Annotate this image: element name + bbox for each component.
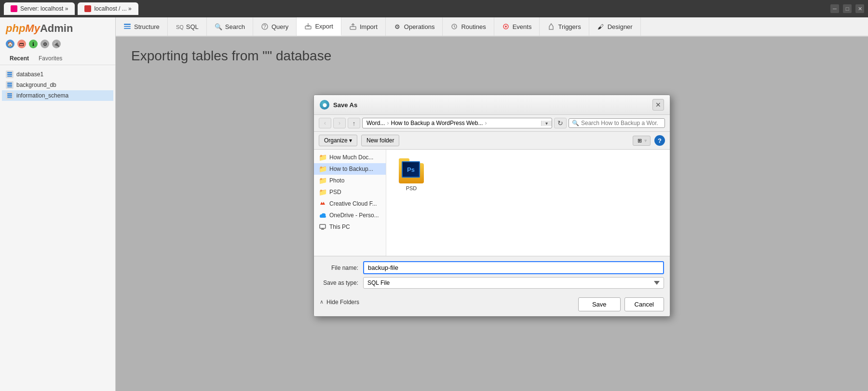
- sidebar-item-info-schema[interactable]: information_schema: [2, 90, 113, 101]
- chevron-up-icon: ∧: [320, 299, 324, 305]
- savetype-label: Save as type:: [320, 279, 363, 286]
- logo-admin: Admin: [40, 22, 73, 34]
- search-box: 🔍: [569, 118, 665, 128]
- content-area: Structure SQL SQL 🔍 Search ? Query: [116, 17, 868, 391]
- settings-icon[interactable]: ⚙: [41, 40, 49, 48]
- new-folder-btn[interactable]: New folder: [361, 135, 399, 146]
- organize-btn[interactable]: Organize ▾: [319, 135, 357, 146]
- close-btn[interactable]: ✕: [855, 4, 864, 13]
- logo-my: My: [25, 22, 40, 34]
- folder-icon-4: 📁: [319, 188, 326, 196]
- dialog-actions-bar: Organize ▾ New folder ⊞ ▾ ?: [314, 132, 670, 150]
- back-btn[interactable]: ‹: [319, 118, 331, 128]
- search-btn[interactable]: 🔍 Search: [207, 17, 253, 36]
- dialog-action-buttons: Save Cancel: [578, 297, 664, 311]
- help-btn[interactable]: ?: [654, 135, 665, 146]
- maximize-btn[interactable]: □: [843, 4, 852, 13]
- main-layout: phpMyAdmin 🏠 🗃 ℹ ⚙ 🔌 Recent Favorites da…: [0, 17, 868, 391]
- sidebar-logo: phpMyAdmin: [0, 17, 115, 38]
- browser-tab-1[interactable]: Server: localhost »: [4, 2, 75, 15]
- import-btn[interactable]: Import: [341, 17, 386, 36]
- query-btn[interactable]: ? Query: [253, 17, 297, 36]
- refresh-btn[interactable]: ↻: [554, 118, 567, 128]
- file-item-psd[interactable]: Ps PSD: [392, 155, 431, 194]
- minimize-btn[interactable]: ─: [830, 4, 839, 13]
- logo: phpMyAdmin: [6, 22, 73, 34]
- path-breadcrumb[interactable]: Word... › How to Backup a WordPress Web.…: [362, 118, 552, 128]
- dialog-overlay: Save As ✕ ‹ › ↑ Word... › How to Backup …: [116, 37, 868, 391]
- db2-label: background_db: [16, 82, 56, 88]
- svg-text:SQL: SQL: [176, 24, 183, 30]
- folder-icon-3: 📁: [319, 177, 326, 184]
- savetype-select[interactable]: SQL File CSV File XML File: [363, 277, 664, 289]
- sidebar-icon-bar: 🏠 🗃 ℹ ⚙ 🔌: [0, 38, 115, 52]
- savetype-row: Save as type: SQL File CSV File XML File: [320, 277, 664, 289]
- search-label: Search: [225, 23, 245, 30]
- sidebar-item-this-pc[interactable]: This PC: [314, 221, 386, 233]
- structure-icon: [123, 23, 131, 30]
- forward-btn[interactable]: ›: [333, 118, 346, 128]
- operations-label: Operations: [404, 23, 435, 30]
- dialog-title-icon: [320, 100, 329, 110]
- cancel-button[interactable]: Cancel: [624, 297, 664, 311]
- sidebar-item-how-much[interactable]: 📁 How Much Doc...: [314, 152, 386, 163]
- sidebar-item-photo[interactable]: 📁 Photo: [314, 175, 386, 186]
- db1-icon: [6, 70, 14, 78]
- favorites-btn[interactable]: Favorites: [35, 54, 66, 63]
- breadcrumb-dropdown-btn[interactable]: ▾: [541, 121, 552, 126]
- search-icon-dialog: 🔍: [572, 120, 579, 126]
- sidebar: phpMyAdmin 🏠 🗃 ℹ ⚙ 🔌 Recent Favorites da…: [0, 17, 116, 391]
- import-label: Import: [360, 23, 378, 30]
- query-icon: ?: [261, 23, 269, 30]
- browser-controls: ─ □ ✕: [830, 4, 864, 13]
- operations-btn[interactable]: ⚙ Operations: [386, 17, 443, 36]
- info-icon[interactable]: ℹ: [29, 40, 38, 48]
- svg-rect-6: [7, 93, 12, 95]
- save-button[interactable]: Save: [578, 297, 621, 311]
- sidebar-item-onedrive[interactable]: OneDrive - Perso...: [314, 209, 386, 221]
- sidebar-item-label-4: PSD: [329, 189, 341, 196]
- hide-folders-toggle[interactable]: ∧ Hide Folders: [320, 299, 359, 306]
- sql-btn[interactable]: SQL SQL: [168, 17, 207, 36]
- this-pc-icon: [319, 223, 326, 231]
- triggers-btn[interactable]: Triggers: [540, 17, 589, 36]
- view-icon-btn[interactable]: ⊞: [636, 137, 643, 144]
- routines-btn[interactable]: Routines: [443, 17, 494, 36]
- dialog-toolbar: ‹ › ↑ Word... › How to Backup a WordPres…: [314, 115, 670, 132]
- sidebar-item-label-1: How Much Doc...: [329, 154, 373, 161]
- view-divider: ▾: [644, 138, 647, 144]
- plugin-icon[interactable]: 🔌: [52, 40, 61, 48]
- filename-label: File name:: [320, 265, 363, 271]
- search-icon: 🔍: [215, 23, 222, 30]
- home-icon[interactable]: 🏠: [6, 40, 14, 48]
- recent-btn[interactable]: Recent: [6, 54, 33, 63]
- database-icon[interactable]: 🗃: [17, 40, 26, 48]
- breadcrumb-arrow1: ›: [387, 120, 389, 126]
- filename-input-wrapper: [363, 261, 664, 274]
- sidebar-item-creative-cloud[interactable]: Creative Cloud F...: [314, 198, 386, 209]
- sidebar-item-how-to-backup[interactable]: 📁 How to Backup...: [314, 163, 386, 175]
- browser-tab-2[interactable]: localhost / ... »: [78, 2, 138, 15]
- sidebar-item-db2[interactable]: background_db: [2, 80, 113, 90]
- page-content: Exporting tables from "" database Save A…: [116, 37, 868, 391]
- dialog-title-text: Save As: [333, 101, 649, 109]
- filename-input[interactable]: [363, 261, 664, 274]
- svg-rect-3: [7, 83, 12, 84]
- events-btn[interactable]: Events: [494, 17, 540, 36]
- up-btn[interactable]: ↑: [348, 118, 360, 128]
- sidebar-item-db1[interactable]: database1: [2, 69, 113, 80]
- tab2-text: localhost / ... »: [94, 5, 131, 12]
- sidebar-item-psd[interactable]: 📁 PSD: [314, 186, 386, 198]
- events-label: Events: [513, 23, 532, 30]
- export-btn[interactable]: Export: [297, 17, 341, 36]
- psd-folder-icon: Ps: [399, 158, 424, 183]
- designer-btn[interactable]: 🖌 Designer: [589, 17, 641, 36]
- structure-btn[interactable]: Structure: [116, 17, 168, 36]
- designer-icon: 🖌: [597, 23, 605, 30]
- routines-label: Routines: [461, 23, 486, 30]
- db1-label: database1: [16, 71, 43, 78]
- search-input[interactable]: [581, 120, 658, 126]
- sidebar-item-label-6: OneDrive - Perso...: [329, 212, 379, 219]
- dialog-close-btn[interactable]: ✕: [652, 99, 664, 111]
- svg-rect-9: [124, 24, 131, 25]
